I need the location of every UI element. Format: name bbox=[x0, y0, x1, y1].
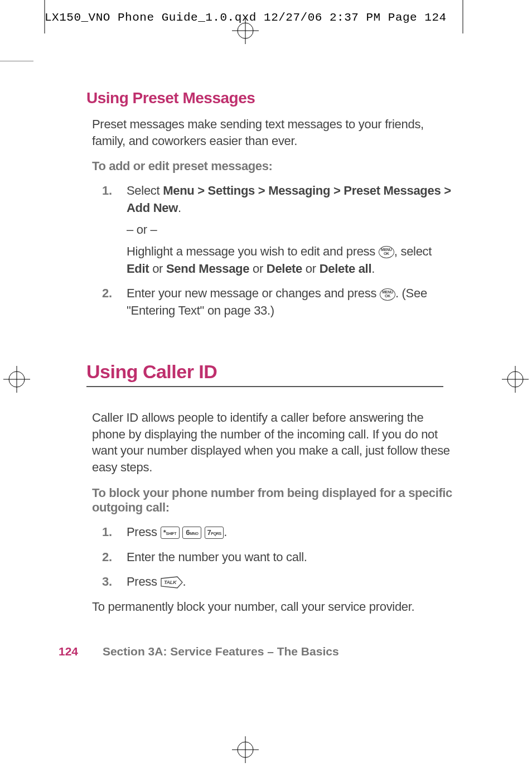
step-number: 1. bbox=[102, 524, 112, 541]
talk-key-icon: TALK bbox=[161, 576, 183, 588]
steps-list-1: 1. Select Menu > Settings > Messaging > … bbox=[102, 182, 454, 320]
six-key-icon: 6MNO bbox=[182, 527, 201, 539]
lead-add-edit: To add or edit preset messages: bbox=[92, 159, 454, 173]
section-label: Section 3A: Service Features – The Basic… bbox=[103, 645, 339, 658]
heading-rule bbox=[86, 386, 443, 387]
star-key-icon: *SHIFT bbox=[161, 527, 180, 539]
heading-caller-id: Using Caller ID bbox=[86, 361, 454, 383]
print-header: LX150_VNO Phone Guide_1.0.qxd 12/27/06 2… bbox=[45, 11, 447, 24]
menu-path-bold: Menu > Settings > Messaging > Preset Mes… bbox=[127, 184, 451, 215]
step-text: Enter the number you want to call. bbox=[127, 550, 307, 564]
step-2-1: 1. Press *SHIFT 6MNO 7PQRS. bbox=[102, 524, 454, 541]
step-text: Press bbox=[127, 525, 161, 539]
step-number: 2. bbox=[102, 549, 112, 566]
steps-list-2: 1. Press *SHIFT 6MNO 7PQRS. 2. Enter the… bbox=[102, 524, 454, 591]
step-number: 3. bbox=[102, 573, 112, 591]
svg-text:TALK: TALK bbox=[164, 580, 177, 585]
intro-paragraph-2: Caller ID allows people to identify a ca… bbox=[92, 409, 454, 476]
step-text: Press bbox=[127, 575, 161, 588]
step-number: 2. bbox=[102, 285, 112, 302]
step-text: Enter your new message or changes and pr… bbox=[127, 286, 380, 300]
step-1-1: 1. Select Menu > Settings > Messaging > … bbox=[102, 182, 454, 277]
step-text: Select bbox=[127, 184, 163, 197]
step-2-2: 2. Enter the number you want to call. bbox=[102, 549, 454, 566]
heading-preset-messages: Using Preset Messages bbox=[86, 89, 454, 107]
step-1-2: 2. Enter your new message or changes and… bbox=[102, 285, 454, 320]
menu-ok-key-icon: MENUOK bbox=[380, 288, 395, 301]
seven-key-icon: 7PQRS bbox=[205, 527, 224, 539]
or-separator: – or – bbox=[127, 221, 454, 239]
page-footer: 124 Section 3A: Service Features – The B… bbox=[59, 645, 339, 658]
step-2-3: 3. Press TALK . bbox=[102, 573, 454, 591]
lead-block-number: To block your phone number from being di… bbox=[92, 486, 454, 515]
step-number: 1. bbox=[102, 182, 112, 200]
step-alt-text: Highlight a message you wish to edit and… bbox=[127, 244, 379, 258]
menu-ok-key-icon: MENUOK bbox=[379, 246, 394, 258]
intro-paragraph-1: Preset messages make sending text messag… bbox=[92, 116, 454, 149]
closing-paragraph: To permanently block your number, call y… bbox=[92, 599, 454, 615]
page-number: 124 bbox=[59, 645, 78, 658]
